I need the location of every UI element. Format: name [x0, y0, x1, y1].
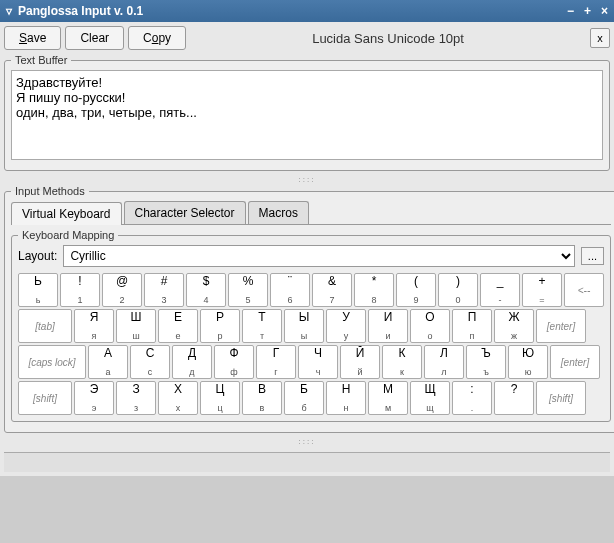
key-char[interactable]: Ыы	[284, 309, 324, 343]
key-char[interactable]: $4	[186, 273, 226, 307]
input-methods-legend: Input Methods	[11, 185, 89, 197]
key-char[interactable]: &7	[312, 273, 352, 307]
keyboard-row: [tab]ЯяШшЕеРрТтЫыУуИиОоПпЖж[enter]	[18, 309, 604, 343]
key-char[interactable]: Хх	[158, 381, 198, 415]
keyboard-mapping-group: Keyboard Mapping Layout: Cyrillic ... Ьь…	[11, 229, 611, 422]
key-char[interactable]: Пп	[452, 309, 492, 343]
tab-macros[interactable]: Macros	[248, 201, 309, 224]
key-char[interactable]: @2	[102, 273, 142, 307]
key-char[interactable]: +=	[522, 273, 562, 307]
key-special[interactable]: [caps lock]	[18, 345, 86, 379]
key-char[interactable]: Кк	[382, 345, 422, 379]
key-special[interactable]: [shift]	[536, 381, 586, 415]
key-char[interactable]: :.	[452, 381, 492, 415]
tab-virtual-keyboard[interactable]: Virtual Keyboard	[11, 202, 122, 225]
key-char[interactable]: Зз	[116, 381, 156, 415]
key-char[interactable]: Нн	[326, 381, 366, 415]
virtual-keyboard: Ьь!1@2#3$4%5¨6&7*8(9)0_-+=<--[tab]ЯяШшЕе…	[18, 273, 604, 415]
key-char[interactable]: Сс	[130, 345, 170, 379]
key-char[interactable]: Шш	[116, 309, 156, 343]
keyboard-row: [shift]ЭэЗзХхЦцВвБбНнМмЩщ:.?[shift]	[18, 381, 604, 415]
splitter-handle[interactable]: ::::	[4, 175, 610, 184]
key-char[interactable]: Гг	[256, 345, 296, 379]
text-buffer-input[interactable]	[11, 70, 603, 160]
key-char[interactable]: ?	[494, 381, 534, 415]
input-methods-group: Input Methods Virtual Keyboard Character…	[4, 185, 614, 433]
layout-more-button[interactable]: ...	[581, 247, 604, 265]
tab-character-selector[interactable]: Character Selector	[124, 201, 246, 224]
key-char[interactable]: %5	[228, 273, 268, 307]
key-char[interactable]: *8	[354, 273, 394, 307]
key-special[interactable]: [tab]	[18, 309, 72, 343]
key-char[interactable]: Вв	[242, 381, 282, 415]
key-char[interactable]: (9	[396, 273, 436, 307]
key-char[interactable]: Оо	[410, 309, 450, 343]
key-char[interactable]: Уу	[326, 309, 366, 343]
key-char[interactable]: Рр	[200, 309, 240, 343]
key-char[interactable]: Тт	[242, 309, 282, 343]
close-icon[interactable]: ×	[601, 4, 608, 18]
keyboard-row: [caps lock]АаСсДдФфГгЧчЙйКкЛлЪъЮю[enter]	[18, 345, 604, 379]
keyboard-mapping-legend: Keyboard Mapping	[18, 229, 118, 241]
font-close-button[interactable]: x	[590, 28, 610, 48]
tabs: Virtual Keyboard Character Selector Macr…	[11, 201, 611, 225]
key-char[interactable]: Йй	[340, 345, 380, 379]
clear-button[interactable]: Clear	[65, 26, 124, 50]
key-char[interactable]: Чч	[298, 345, 338, 379]
window-menu-icon[interactable]: ▿	[6, 4, 12, 18]
toolbar: Save Clear Copy Lucida Sans Unicode 10pt…	[4, 26, 610, 50]
key-char[interactable]: Щщ	[410, 381, 450, 415]
layout-label: Layout:	[18, 249, 57, 263]
key-char[interactable]: Яя	[74, 309, 114, 343]
save-button[interactable]: Save	[4, 26, 61, 50]
text-buffer-legend: Text Buffer	[11, 54, 71, 66]
key-char[interactable]: Ее	[158, 309, 198, 343]
key-char[interactable]: Фф	[214, 345, 254, 379]
layout-row: Layout: Cyrillic ...	[18, 245, 604, 267]
key-char[interactable]: Дд	[172, 345, 212, 379]
key-char[interactable]: Аа	[88, 345, 128, 379]
titlebar[interactable]: ▿ Panglossa Input v. 0.1 − + ×	[0, 0, 614, 22]
font-label: Lucida Sans Unicode 10pt	[190, 31, 586, 46]
key-char[interactable]: Ии	[368, 309, 408, 343]
key-char[interactable]: Юю	[508, 345, 548, 379]
key-char[interactable]: Ъъ	[466, 345, 506, 379]
key-char[interactable]: Лл	[424, 345, 464, 379]
copy-button[interactable]: Copy	[128, 26, 186, 50]
window-body: Save Clear Copy Lucida Sans Unicode 10pt…	[0, 22, 614, 476]
minimize-icon[interactable]: −	[567, 4, 574, 18]
key-char[interactable]: Жж	[494, 309, 534, 343]
key-special[interactable]: [shift]	[18, 381, 72, 415]
key-char[interactable]: ¨6	[270, 273, 310, 307]
key-char[interactable]: Мм	[368, 381, 408, 415]
key-char[interactable]: Ээ	[74, 381, 114, 415]
key-special[interactable]: [enter]	[550, 345, 600, 379]
splitter-handle-bottom[interactable]: ::::	[4, 437, 610, 446]
key-char[interactable]: Бб	[284, 381, 324, 415]
key-special[interactable]: [enter]	[536, 309, 586, 343]
key-char[interactable]: _-	[480, 273, 520, 307]
key-char[interactable]: !1	[60, 273, 100, 307]
key-char[interactable]: #3	[144, 273, 184, 307]
key-char[interactable]: Цц	[200, 381, 240, 415]
maximize-icon[interactable]: +	[584, 4, 591, 18]
window-title: Panglossa Input v. 0.1	[18, 4, 143, 18]
text-buffer-group: Text Buffer	[4, 54, 610, 171]
statusbar	[4, 452, 610, 472]
key-char[interactable]: )0	[438, 273, 478, 307]
key-special[interactable]: <--	[564, 273, 604, 307]
layout-select[interactable]: Cyrillic	[63, 245, 574, 267]
keyboard-row: Ьь!1@2#3$4%5¨6&7*8(9)0_-+=<--	[18, 273, 604, 307]
key-char[interactable]: Ьь	[18, 273, 58, 307]
